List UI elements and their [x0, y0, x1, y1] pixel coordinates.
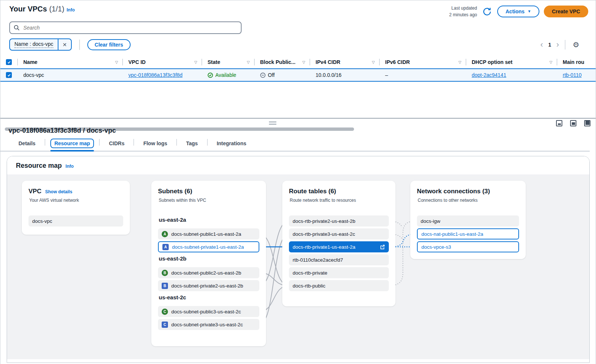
column-header-ipv6-cidr[interactable]: IPv6 CIDR▽: [379, 56, 466, 68]
network-connection-item[interactable]: docs-vpce-s3: [417, 241, 519, 252]
cell-vpc-id: vpc-018f086a13f3c3f8d: [122, 72, 202, 78]
route-table-item-label: rtb-0110cface2acecfd7: [293, 257, 343, 263]
main-route-table-link[interactable]: rtb-0110: [563, 72, 582, 78]
column-header-label: Block Public...: [260, 59, 296, 65]
vpc-item[interactable]: docs-vpc: [28, 215, 123, 227]
network-connection-item-label: docs-nat-public1-us-east-2a: [421, 231, 483, 237]
route-table-item-label: docs-rtb-public: [293, 283, 326, 289]
column-header-block-public[interactable]: Block Public...▽: [254, 56, 310, 68]
pagination: ‹ 1 ›: [541, 40, 568, 50]
tab-cidrs[interactable]: CIDRs: [105, 138, 128, 151]
cell-ipv6-cidr: –: [379, 72, 466, 78]
route-table-item-label: docs-rtb-private: [293, 270, 327, 276]
create-vpc-button[interactable]: Create VPC: [544, 6, 588, 17]
sort-filter-icon[interactable]: ▽: [194, 60, 197, 64]
column-header-label: Name: [23, 59, 37, 65]
az-badge-icon: B: [162, 283, 168, 289]
tab-separator: [176, 139, 177, 146]
detail-tabs: DetailsResource mapCIDRsFlow logsTagsInt…: [0, 138, 590, 152]
subnet-item[interactable]: Adocs-subnet-public1-us-east-2a: [158, 228, 259, 239]
tab-tags[interactable]: Tags: [182, 138, 202, 151]
network-connection-item[interactable]: docs-igw: [417, 215, 519, 227]
table-preferences-gear-icon[interactable]: ⚙: [573, 41, 579, 48]
route-table-item[interactable]: docs-rtb-private2-us-east-2b: [289, 215, 389, 227]
search-input[interactable]: [23, 24, 237, 31]
subnet-item[interactable]: Bdocs-subnet-public2-us-east-2b: [158, 267, 259, 278]
network-connections-column: Network connections (3) Connections to o…: [410, 181, 526, 259]
route-tables-column-title: Route tables (6): [289, 188, 336, 195]
network-connections-column-subtitle: Connections to other networks: [410, 195, 526, 203]
vpc-count: (1/1): [49, 5, 64, 13]
filter-chip-label: Name : docs-vpc: [10, 39, 58, 50]
vpc-column-subtitle: Your AWS virtual network: [22, 195, 130, 203]
route-table-item[interactable]: docs-rtb-private3-us-east-2c: [289, 228, 389, 239]
column-header-label: VPC ID: [128, 59, 146, 65]
column-header-ipv4-cidr[interactable]: IPv4 CIDR▽: [310, 56, 379, 68]
cell-ipv4-cidr: 10.0.0.0/16: [310, 72, 379, 78]
row-checkbox[interactable]: [6, 72, 12, 78]
route-table-item[interactable]: rtb-0110cface2acecfd7: [289, 254, 389, 265]
dhcp-option-set-link[interactable]: dopt-2ac94141: [472, 72, 506, 78]
subnet-item-label: docs-subnet-private1-us-east-2a: [172, 244, 244, 250]
search-box[interactable]: [9, 21, 242, 34]
tab-label: Integrations: [213, 139, 250, 148]
column-header-vpc-id[interactable]: VPC ID▽: [122, 56, 202, 68]
resource-map-header: Resource map Info: [7, 156, 589, 174]
tab-details[interactable]: Details: [14, 138, 40, 151]
network-connection-item[interactable]: docs-nat-public1-us-east-2a: [417, 228, 519, 239]
subnet-item[interactable]: Cdocs-subnet-public3-us-east-2c: [158, 306, 259, 317]
info-link[interactable]: Info: [67, 7, 75, 13]
sort-filter-icon[interactable]: ▽: [302, 60, 305, 64]
sort-filter-icon[interactable]: ▽: [458, 60, 461, 64]
subnet-item[interactable]: Adocs-subnet-private1-us-east-2a: [158, 241, 259, 252]
route-table-item[interactable]: docs-rtb-public: [289, 280, 389, 291]
route-table-item-label: docs-rtb-private3-us-east-2c: [293, 231, 355, 237]
page-title: Your VPCs (1/1) Info: [9, 5, 75, 13]
vpc-id-link[interactable]: vpc-018f086a13f3c3f8d: [128, 72, 182, 78]
select-all-checkbox[interactable]: [6, 59, 12, 65]
route-table-item[interactable]: docs-rtb-private1-us-east-2a: [289, 241, 389, 252]
sort-filter-icon[interactable]: ▽: [247, 60, 250, 64]
search-icon: [14, 25, 20, 31]
list-header: Your VPCs (1/1) Info Last updated 2 minu…: [0, 0, 596, 18]
prev-page-icon[interactable]: ‹: [541, 41, 543, 49]
sort-filter-icon[interactable]: ▽: [549, 60, 552, 64]
filter-chip[interactable]: Name : docs-vpc ✕: [9, 38, 72, 51]
cell-block-public: Off: [254, 72, 310, 78]
external-link-icon[interactable]: [380, 244, 385, 250]
resource-map-title: Resource map: [16, 162, 62, 170]
actions-button[interactable]: Actions ▼: [497, 6, 539, 17]
table-header-row: Name▽ VPC ID▽ State▽ Block Public...▽ IP…: [0, 56, 596, 68]
subnet-item[interactable]: Cdocs-subnet-private3-us-east-2c: [158, 319, 259, 330]
last-updated-text: Last updated 2 minutes ago: [449, 5, 477, 18]
column-header-main-route-table[interactable]: Main rou: [557, 56, 596, 68]
az-group-heading: us-east-2c: [159, 294, 186, 300]
table-row[interactable]: docs-vpc vpc-018f086a13f3c3f8d Available: [0, 68, 596, 82]
sort-filter-icon[interactable]: ▽: [372, 60, 375, 64]
column-header-name[interactable]: Name▽: [17, 56, 122, 68]
subnet-item-label: docs-subnet-public1-us-east-2a: [171, 231, 241, 237]
subnet-item-label: docs-subnet-public2-us-east-2b: [171, 270, 241, 276]
close-icon: ✕: [63, 42, 67, 48]
filter-chip-close-button[interactable]: ✕: [58, 39, 71, 50]
column-header-dhcp-option-set[interactable]: DHCP option set▽: [466, 56, 557, 68]
tab-resource-map[interactable]: Resource map: [50, 138, 94, 151]
vpc-column-title: VPC: [28, 188, 41, 195]
clear-filters-button[interactable]: Clear filters: [87, 39, 131, 50]
route-table-item[interactable]: docs-rtb-private: [289, 267, 389, 278]
show-details-link[interactable]: Show details: [45, 189, 72, 194]
tab-flow-logs[interactable]: Flow logs: [139, 138, 171, 151]
available-status-icon: [208, 72, 213, 78]
subnet-item[interactable]: Bdocs-subnet-private2-us-east-2b: [158, 280, 259, 291]
column-header-label: DHCP option set: [472, 59, 512, 65]
tab-integrations[interactable]: Integrations: [213, 138, 250, 151]
refresh-button[interactable]: [481, 6, 493, 17]
search-row: [0, 18, 596, 34]
current-page[interactable]: 1: [548, 42, 551, 48]
column-header-state[interactable]: State▽: [202, 56, 254, 68]
resource-map-info-link[interactable]: Info: [65, 164, 74, 169]
sort-filter-icon[interactable]: ▽: [115, 60, 118, 64]
next-page-icon[interactable]: ›: [556, 41, 559, 49]
select-all-cell: [0, 56, 17, 68]
tab-label: Details: [14, 139, 40, 148]
